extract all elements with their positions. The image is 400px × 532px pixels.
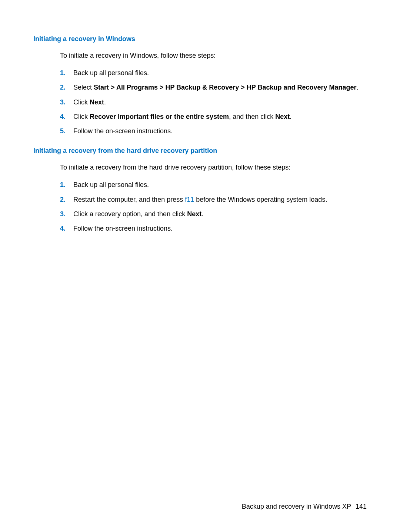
list-item: 1. Back up all personal files. — [60, 180, 367, 190]
step-content: Select Start > All Programs > HP Backup … — [73, 83, 367, 92]
step-number: 4. — [60, 112, 73, 121]
list-item: 4. Follow the on-screen instructions. — [60, 224, 367, 233]
list-item: 5. Follow the on-screen instructions. — [60, 127, 367, 136]
section-heading-windows-recovery: Initiating a recovery in Windows — [33, 35, 367, 43]
step-number: 4. — [60, 224, 73, 233]
list-item: 3. Click a recovery option, and then cli… — [60, 210, 367, 219]
intro-text-section1: To initiate a recovery in Windows, follo… — [60, 51, 367, 60]
list-item: 2. Select Start > All Programs > HP Back… — [60, 83, 367, 92]
list-item: 1. Back up all personal files. — [60, 68, 367, 78]
intro-text-section2: To initiate a recovery from the hard dri… — [60, 163, 367, 172]
step-content: Follow the on-screen instructions. — [73, 127, 367, 136]
step-number: 5. — [60, 127, 73, 136]
step-content: Click Next. — [73, 98, 367, 107]
steps-list-section1: 1. Back up all personal files. 2. Select… — [60, 68, 367, 136]
f11-key: f11 — [185, 196, 194, 203]
step-number: 1. — [60, 68, 73, 78]
step-number: 1. — [60, 180, 73, 190]
page-number: 141 — [356, 503, 367, 510]
list-item: 2. Restart the computer, and then press … — [60, 195, 367, 204]
steps-list-section2: 1. Back up all personal files. 2. Restar… — [60, 180, 367, 233]
step-number: 2. — [60, 83, 73, 92]
step-content: Restart the computer, and then press f11… — [73, 195, 367, 204]
step-number: 3. — [60, 210, 73, 219]
footer-text: Backup and recovery in Windows XP — [242, 503, 351, 510]
list-item: 4. Click Recover important files or the … — [60, 112, 367, 121]
step-content: Click Recover important files or the ent… — [73, 112, 367, 121]
list-item: 3. Click Next. — [60, 98, 367, 107]
step-number: 2. — [60, 195, 73, 204]
page-footer: Backup and recovery in Windows XP141 — [242, 503, 367, 511]
step-content: Click a recovery option, and then click … — [73, 210, 367, 219]
step-content: Follow the on-screen instructions. — [73, 224, 367, 233]
step-content: Back up all personal files. — [73, 180, 367, 190]
section-heading-partition-recovery: Initiating a recovery from the hard driv… — [33, 147, 367, 155]
step-content: Back up all personal files. — [73, 68, 367, 78]
step-number: 3. — [60, 98, 73, 107]
